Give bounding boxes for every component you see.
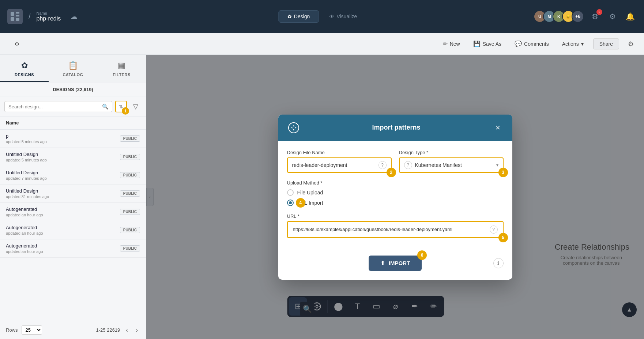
puzzle-button[interactable]: ⚙ <box>11 39 23 49</box>
design-type-label: Design Type * <box>399 150 504 155</box>
file-upload-label: File Upload <box>297 190 323 195</box>
project-label: Name <box>37 11 61 15</box>
sidebar-tab-filters[interactable]: ▦ FILTERS <box>97 55 146 82</box>
tab-visualize[interactable]: 👁 Visualize <box>320 10 366 23</box>
designs-icon: ✿ <box>21 61 28 70</box>
design-type-select-wrap: ? Kubernetes Manifest Helm Chart Docker … <box>399 157 504 173</box>
url-help[interactable]: ? <box>490 226 498 234</box>
prev-page-button[interactable]: ‹ <box>124 326 130 334</box>
new-label: New <box>450 41 460 47</box>
comments-button[interactable]: 💬 Comments <box>511 38 553 49</box>
project-info: Name php-redis <box>37 11 61 22</box>
designs-count: DESIGNS (22,619) <box>0 82 146 97</box>
svg-rect-4 <box>16 18 19 21</box>
project-name: php-redis <box>37 15 61 22</box>
svg-rect-1 <box>16 12 19 14</box>
modal-body: Design File Name ? 2 Design Type * ? Kub… <box>278 141 512 256</box>
design-list: p updated 5 minutes ago PUBLIC Untitled … <box>0 130 146 258</box>
modal-overlay: Import patterns × Design File Name ? 2 D… <box>146 55 644 339</box>
sort-button[interactable]: ⇅ 1 <box>115 101 127 112</box>
list-item[interactable]: Untitled Design updated 7 minutes ago PU… <box>0 166 146 185</box>
import-patterns-modal: Import patterns × Design File Name ? 2 D… <box>278 115 512 280</box>
url-import-radio[interactable] <box>287 200 294 206</box>
file-upload-radio[interactable] <box>287 189 294 196</box>
url-import-option[interactable]: URL Import 4 <box>287 200 504 206</box>
pagination-info: 1-25 22619 <box>96 327 120 333</box>
design-updated: updated 5 minutes ago <box>6 158 47 162</box>
bell-button[interactable]: 🔔 <box>624 10 637 23</box>
sidebar-footer: Rows 25 50 100 1-25 22619 ‹ › <box>0 321 146 339</box>
tab-design[interactable]: ✿ Design <box>278 10 319 23</box>
public-badge: PUBLIC <box>120 190 140 197</box>
public-badge: PUBLIC <box>120 245 140 252</box>
settings-icon: ⚙ <box>628 40 634 48</box>
sidebar-tab-catalog[interactable]: 📋 CATALOG <box>49 55 97 82</box>
share-button[interactable]: Share <box>593 38 619 49</box>
design-updated: updated 5 minutes ago <box>6 139 47 144</box>
rows-select[interactable]: 25 50 100 <box>22 325 42 335</box>
design-updated: updated an hour ago <box>6 231 43 235</box>
svg-rect-0 <box>11 12 14 16</box>
design-name: Autogenerated <box>6 243 43 249</box>
design-type-select[interactable]: Kubernetes Manifest Helm Chart Docker Co… <box>415 162 496 168</box>
list-item[interactable]: Autogenerated updated an hour ago PUBLIC <box>0 203 146 221</box>
settings-button[interactable]: ⚙ <box>625 38 637 50</box>
filter-button[interactable]: ▽ <box>130 101 142 112</box>
modal-logo <box>287 121 300 134</box>
import-button[interactable]: ⬆ IMPORT 6 <box>369 256 422 271</box>
comments-label: Comments <box>524 41 549 47</box>
import-label: IMPORT <box>389 260 410 266</box>
modal-info-button[interactable]: ℹ <box>493 258 504 268</box>
notifications-button[interactable]: ⚙ 2 <box>588 10 602 23</box>
list-item[interactable]: Untitled Design updated 5 minutes ago PU… <box>0 148 146 166</box>
design-file-name-help[interactable]: ? <box>379 161 387 169</box>
design-name: Autogenerated <box>6 206 43 212</box>
url-import-label: URL Import <box>297 200 323 206</box>
url-label: URL * <box>287 213 504 219</box>
sidebar-tab-designs[interactable]: ✿ DESIGNS <box>0 55 49 82</box>
design-name: Autogenerated <box>6 225 43 230</box>
design-type-help[interactable]: ? <box>404 161 412 169</box>
list-item[interactable]: p updated 5 minutes ago PUBLIC <box>0 130 146 148</box>
gear-button[interactable]: ⚙ <box>606 10 619 23</box>
avatar-count: +6 <box>572 10 584 23</box>
chevron-down-icon: ▾ <box>581 41 584 47</box>
search-input-wrap[interactable]: 🔍 <box>4 101 112 112</box>
avatar-group: U M K 😊 +6 <box>534 10 584 23</box>
breadcrumb-separator: / <box>29 12 31 21</box>
file-upload-option[interactable]: File Upload <box>287 189 504 196</box>
svg-rect-2 <box>16 15 19 16</box>
design-icon: ✿ <box>287 14 292 19</box>
modal-close-button[interactable]: × <box>493 122 504 133</box>
url-input[interactable] <box>293 227 490 232</box>
save-as-button[interactable]: 💾 Save As <box>470 38 505 49</box>
filter-icon: ▽ <box>133 103 138 110</box>
design-name: p <box>6 133 47 139</box>
list-item[interactable]: Untitled Design updated 31 minutes ago P… <box>0 185 146 203</box>
actions-button[interactable]: Actions ▾ <box>558 39 587 49</box>
modal-title: Import patterns <box>305 124 487 131</box>
modal-header: Import patterns × <box>278 115 512 141</box>
next-page-button[interactable]: › <box>134 326 140 334</box>
list-header: Name <box>0 116 146 130</box>
design-file-name-group: Design File Name ? 2 <box>287 150 392 173</box>
design-updated: updated an hour ago <box>6 249 43 254</box>
cloud-icon: ☁ <box>70 12 78 21</box>
design-name: Untitled Design <box>6 152 47 157</box>
search-input[interactable] <box>8 104 102 109</box>
comment-icon: 💬 <box>515 40 522 47</box>
url-input-wrap: ? 5 <box>287 221 504 238</box>
list-item[interactable]: Autogenerated updated an hour ago PUBLIC <box>0 221 146 239</box>
upload-icon: ⬆ <box>380 260 385 267</box>
pencil-icon: ✏ <box>443 40 448 47</box>
search-area: 🔍 ⇅ 1 ▽ <box>0 97 146 116</box>
design-file-name-input[interactable] <box>292 162 379 168</box>
upload-method-label: Upload Method * <box>287 180 504 186</box>
new-button[interactable]: ✏ New <box>439 38 464 49</box>
top-navigation: / Name php-redis ☁ ✿ Design 👁 Visualize … <box>0 0 644 33</box>
secondary-toolbar: ⚙ ✏ New 💾 Save As 💬 Comments Actions ▾ S… <box>0 33 644 55</box>
filters-tab-label: FILTERS <box>113 72 131 77</box>
public-badge: PUBLIC <box>120 135 140 142</box>
tab-visualize-label: Visualize <box>336 14 357 19</box>
list-item[interactable]: Autogenerated updated an hour ago PUBLIC <box>0 239 146 258</box>
